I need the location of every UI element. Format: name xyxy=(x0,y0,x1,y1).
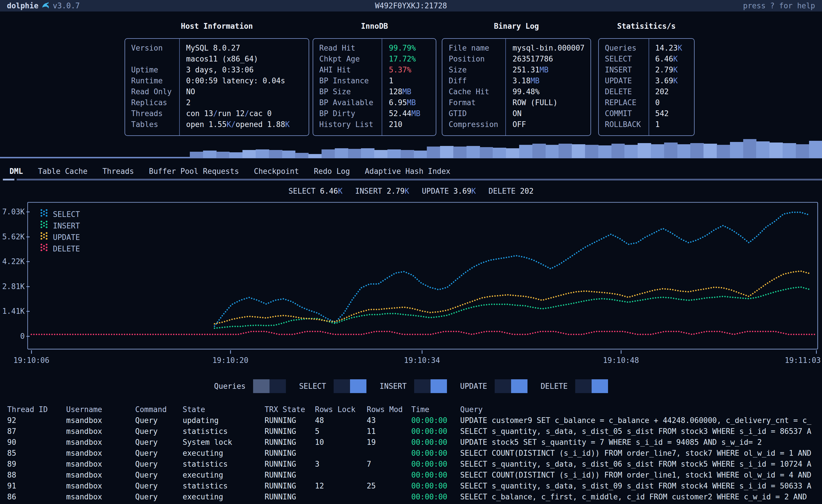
panel-row-value: 1 xyxy=(389,75,393,86)
cell: executing xyxy=(182,470,265,480)
panel-row-value: 542 xyxy=(655,108,669,119)
cell: RUNNING xyxy=(265,415,315,426)
sparkline-bar xyxy=(387,149,401,158)
sparkline-bar xyxy=(427,147,440,158)
sparkline-bar xyxy=(625,145,638,158)
panel-row-label: Queries xyxy=(605,43,637,53)
panel-row-value: mysql-bin.000007 xyxy=(512,43,584,53)
tab-buffer-pool-requests[interactable]: Buffer Pool Requests xyxy=(149,166,239,177)
cell: 19 xyxy=(367,437,411,448)
sparkline-bar xyxy=(493,148,506,158)
toggle-cell-left xyxy=(253,379,270,393)
column-header: Thread ID xyxy=(7,404,66,415)
sparkline-bar xyxy=(677,144,691,158)
sparkline-bar xyxy=(638,143,651,158)
table-row[interactable]: 86msandboxQueryexecutingRUNNING00:00:00S… xyxy=(0,491,822,502)
cell: Query xyxy=(135,437,182,448)
column-header: State xyxy=(182,404,265,415)
sparkline-bar xyxy=(743,139,757,158)
panel-row-value: 6.95MB xyxy=(389,97,416,108)
x-axis-tick xyxy=(621,350,622,354)
panel-title: InnoDB xyxy=(313,21,436,32)
tab-adaptive-hash-index[interactable]: Adaptive Hash Index xyxy=(365,166,450,177)
table-row[interactable]: 92msandboxQueryupdatingRUNNING484300:00:… xyxy=(0,415,822,426)
sparkline-bar xyxy=(190,152,203,158)
sparkline-bar xyxy=(809,141,822,158)
table-row[interactable]: 87msandboxQuerystatisticsRUNNING51100:00… xyxy=(0,426,822,437)
dolphie-app: dolphie v3.0.7 W492F0YXKJ:21728 press ? … xyxy=(0,0,822,504)
table-row[interactable]: 90msandboxQuerySystem lockRUNNING101900:… xyxy=(0,437,822,448)
cell: msandbox xyxy=(66,480,135,491)
cell: 7 xyxy=(367,459,411,470)
dolphin-icon xyxy=(41,1,50,10)
sparkline-bar xyxy=(229,152,243,158)
panel-row-label: Diff xyxy=(449,75,467,86)
tab-redo-log[interactable]: Redo Log xyxy=(314,166,350,177)
chart-header-stat: SELECT 6.46K xyxy=(289,186,343,197)
query-cell: SELECT COUNT(DISTINCT (s_i_id)) FROM ord… xyxy=(460,448,822,459)
panel-row-value: 99.48% xyxy=(512,86,539,97)
cell: 00:00:00 xyxy=(411,470,460,480)
panel-divider xyxy=(649,39,649,135)
tab-dml[interactable]: DML xyxy=(9,166,23,177)
panel-row-value: 210 xyxy=(389,119,402,130)
sparkline-bar xyxy=(203,151,217,158)
sparkline-bar xyxy=(243,150,256,158)
cell: 00:00:00 xyxy=(411,437,460,448)
panel-title: Binary Log xyxy=(442,21,591,32)
panel-row-value: 2.79K xyxy=(655,64,678,75)
toggle-cell-right xyxy=(511,379,527,393)
toggle-delete[interactable] xyxy=(575,379,608,393)
y-axis-label: 4.22K xyxy=(0,257,25,266)
cell: 3 xyxy=(315,459,367,470)
panel-row-label: Replicas xyxy=(131,97,167,108)
cell: 25 xyxy=(367,480,411,491)
panel-row-value: ON xyxy=(512,108,521,119)
cell: 00:00:00 xyxy=(411,415,460,426)
panel-row-value: 3.69K xyxy=(655,75,678,86)
panel-divider xyxy=(382,39,382,135)
y-axis-label: 7.03K xyxy=(0,207,25,216)
graph-tab-bar: DMLTable CacheThreadsBuffer Pool Request… xyxy=(0,165,822,177)
table-row[interactable]: 85msandboxQueryexecutingRUNNING00:00:00S… xyxy=(0,448,822,459)
y-axis-tick xyxy=(26,236,30,237)
cell: 89 xyxy=(7,459,66,470)
sparkline-bar xyxy=(374,150,388,158)
y-axis-label: 0 xyxy=(0,332,25,341)
table-row[interactable]: 89msandboxQuerystatisticsRUNNING3700:00:… xyxy=(0,459,822,470)
cell: statistics xyxy=(182,459,265,470)
toggle-queries[interactable] xyxy=(253,379,286,393)
help-hint[interactable]: press ? for help xyxy=(743,0,815,11)
legend-label: SELECT xyxy=(53,209,80,220)
query-cell: SELECT s_quantity, s_data, s_dist_06 s_d… xyxy=(460,459,822,470)
sparkline-bar xyxy=(717,145,730,158)
toggle-cell-left xyxy=(414,379,431,393)
panel-row-value: 5.37% xyxy=(389,64,411,75)
toggle-insert[interactable] xyxy=(414,379,447,393)
toggle-label: Queries xyxy=(214,381,246,392)
panel-row-label: BP Dirty xyxy=(319,108,355,119)
tab-threads[interactable]: Threads xyxy=(102,166,134,177)
panel-divider xyxy=(505,39,506,135)
panel-row-label: BP Instance xyxy=(319,75,369,86)
sparkline-bar xyxy=(598,145,612,158)
panel-row-label: AHI Hit xyxy=(319,64,351,75)
legend-label: INSERT xyxy=(53,220,80,231)
cell: Query xyxy=(135,470,182,480)
table-row[interactable]: 91msandboxQuerystatisticsRUNNING122500:0… xyxy=(0,480,822,491)
toggle-update[interactable] xyxy=(495,379,527,393)
column-header: Time xyxy=(411,404,460,415)
cell: RUNNING xyxy=(265,470,315,480)
y-axis-tick xyxy=(26,211,30,212)
tab-table-cache[interactable]: Table Cache xyxy=(38,166,87,177)
sparkline-bar xyxy=(664,143,678,158)
tab-checkpoint[interactable]: Checkpoint xyxy=(254,166,299,177)
cell: 00:00:00 xyxy=(411,448,460,459)
toggle-select[interactable] xyxy=(334,379,366,393)
table-header-row: Thread IDUsernameCommandStateTRX StateRo… xyxy=(0,404,822,415)
cell xyxy=(315,491,367,502)
table-row[interactable]: 88msandboxQueryexecutingRUNNING00:00:00S… xyxy=(0,470,822,480)
legend-item: SELECT xyxy=(40,209,80,220)
sparkline-bar xyxy=(282,151,296,158)
toggle-item: SELECT xyxy=(299,379,366,394)
